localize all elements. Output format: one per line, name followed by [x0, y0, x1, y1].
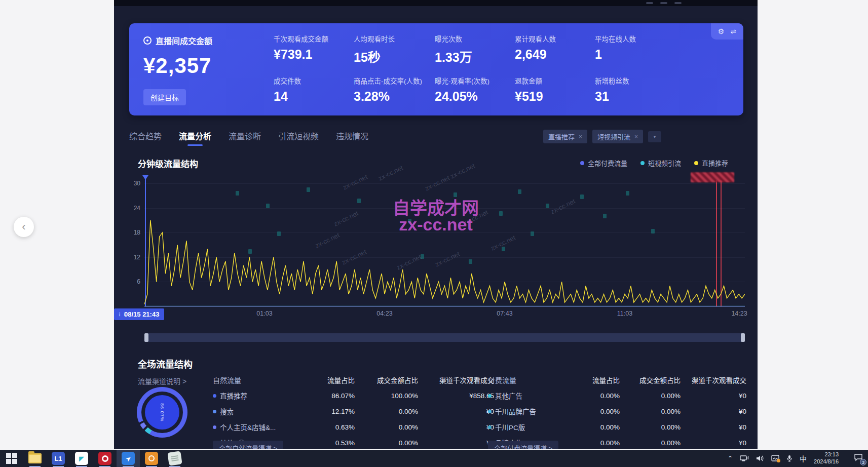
tab-综合趋势[interactable]: 综合趋势 [129, 130, 162, 146]
channel-dot-icon [213, 410, 216, 413]
notification-count-badge: 3 [860, 459, 866, 465]
taskbar-app-cursor-active[interactable]: ➤ [117, 450, 140, 467]
windows-logo-icon [6, 453, 17, 464]
per-thousand-gmv: ¥0 [681, 408, 746, 415]
legend-item-短视频引流[interactable]: 短视频引流 [640, 158, 681, 168]
donut-center-label: 86.07% [160, 403, 165, 422]
metric-value: 14 [274, 89, 354, 104]
tray-clock[interactable]: 23:13 2024/8/16 [814, 451, 839, 465]
metric-value: 15秒 [354, 47, 435, 65]
video-artifact [357, 199, 361, 203]
per-thousand-gmv: ¥0 [418, 408, 494, 415]
traffic-minute-chart[interactable]: 302418126 [144, 183, 745, 306]
metric-value: 1.33万 [435, 47, 515, 65]
table-header-row: 自然流量流量占比成交金额占比渠道千次观看成交 [213, 375, 494, 385]
video-artifact [603, 214, 607, 218]
meeting-app-icon: ◤ [75, 452, 88, 465]
chart-range-slider[interactable] [144, 333, 745, 342]
time-range-start-tag[interactable]: ⋮⋮ 08/15 21:43 [114, 308, 164, 320]
video-artifact [454, 192, 457, 197]
create-goal-button[interactable]: 创建目标 [143, 89, 186, 105]
slider-handle-right[interactable] [741, 333, 745, 342]
desktop: 直播间成交金额 ¥2,357 创建目标 千次观看成交金额 ¥739.1人均观看时… [0, 0, 868, 467]
close-icon[interactable]: × [579, 133, 582, 140]
video-artifact [266, 204, 270, 208]
channel-name: 个人主页&店铺&... [213, 422, 301, 432]
table-row-千川品牌广告: 千川品牌广告0.00%0.00%¥0 [488, 406, 746, 416]
metric-6: 商品点击-成交率(人数) 3.28% [354, 75, 435, 104]
column-header: 渠道千次观看成交 [418, 375, 494, 385]
screen-capture-icon[interactable] [771, 455, 779, 462]
taskbar-app-explorer[interactable] [23, 450, 47, 467]
legend-item-直播推荐[interactable]: 直播推荐 [694, 158, 728, 168]
tab-违规情况[interactable]: 违规情况 [336, 130, 368, 146]
video-artifact [469, 259, 472, 264]
channel-dot-icon [213, 394, 216, 398]
tab-流量分析[interactable]: 流量分析 [179, 130, 211, 146]
video-artifact [499, 211, 503, 216]
chip-dropdown-chevron-icon[interactable]: ▾ [648, 131, 661, 142]
kpi-banner: 直播间成交金额 ¥2,357 创建目标 千次观看成交金额 ¥739.1人均观看时… [129, 23, 743, 115]
red-ring-app-icon [98, 452, 111, 465]
swap-icon[interactable]: ⇌ [730, 27, 736, 35]
all-natural-channels-link[interactable]: 全部自然流量渠道 > [213, 441, 283, 449]
taskbar-app-notes[interactable] [163, 450, 186, 467]
channel-note-link[interactable]: 流量渠道说明 > [138, 376, 186, 386]
notification-center-icon[interactable]: 3 [854, 453, 863, 463]
network-icon[interactable] [740, 455, 749, 462]
channel-name: 其他广告 [488, 391, 569, 401]
gmv-share: 0.00% [355, 423, 418, 431]
gear-icon[interactable]: ⚙ [718, 27, 725, 35]
window-controls[interactable] [646, 2, 682, 4]
gmv-share: 0.00% [620, 439, 681, 447]
stream-end-marker-badge[interactable] [691, 172, 734, 182]
metric-value: ¥519 [515, 89, 595, 104]
system-tray: ⌃ 中 23:13 2024/8/16 3 [728, 451, 868, 465]
chevron-left-icon: ‹ [22, 220, 25, 234]
column-header: 流量占比 [569, 375, 620, 385]
analytics-tabs: 综合趋势流量分析流量诊断引流短视频违规情况 [129, 130, 368, 146]
taskbar: L1 ◤ ➤ ⌃ [0, 450, 868, 467]
legend-label: 直播推荐 [702, 158, 728, 168]
traffic-share: 0.00% [569, 439, 620, 447]
taskbar-app-red-ring[interactable] [93, 450, 117, 467]
traffic-donut-chart[interactable]: 86.07% [137, 387, 187, 438]
metric-label: 曝光次数 [435, 33, 515, 44]
tab-引流短视频[interactable]: 引流短视频 [278, 130, 319, 146]
x-tick-label: 11:03 [617, 310, 632, 317]
video-artifact [626, 191, 629, 196]
metric-grid: 千次观看成交金额 ¥739.1人均观看时长 15秒曝光次数 1.33万累计观看人… [274, 33, 683, 104]
channel-name: 千川品牌广告 [488, 406, 569, 416]
volume-icon[interactable] [756, 455, 764, 462]
x-tick-label: 04:23 [376, 310, 392, 317]
table-row-个人主页&店铺&...: 个人主页&店铺&...0.63%0.00%¥0 [213, 422, 494, 432]
traffic-share: 0.00% [569, 408, 620, 415]
close-icon[interactable]: × [634, 133, 638, 140]
taskbar-app-orange[interactable] [140, 450, 163, 467]
stream-start-flag-icon [142, 175, 148, 180]
all-paid-channels-link[interactable]: 全部付费流量渠道 > [488, 441, 558, 449]
filter-chip-直播推荐[interactable]: 直播推荐× [543, 130, 587, 143]
filter-chip-短视频引流[interactable]: 短视频引流× [592, 130, 643, 143]
metric-9: 新增粉丝数 31 [595, 75, 683, 104]
filter-chips: 直播推荐×短视频引流×▾ [543, 130, 661, 143]
metric-value: 31 [595, 89, 683, 104]
legend-item-全部付费流量[interactable]: 全部付费流量 [580, 158, 627, 168]
tray-chevron-up-icon[interactable]: ⌃ [728, 455, 733, 462]
taskbar-app-meeting[interactable]: ◤ [70, 450, 93, 467]
column-header: 渠道千次观看成交 [681, 375, 746, 385]
y-tick-label: 18 [134, 229, 140, 236]
series-line-zhibotuijian [144, 220, 745, 304]
metric-value: ¥739.1 [274, 47, 354, 62]
microphone-icon[interactable] [786, 455, 792, 462]
taskbar-app-l1[interactable]: L1 [47, 450, 70, 467]
slider-track[interactable] [148, 333, 741, 342]
metric-label: 成交件数 [274, 75, 354, 86]
ime-indicator[interactable]: 中 [800, 453, 807, 463]
start-button[interactable] [0, 450, 23, 467]
tab-流量诊断[interactable]: 流量诊断 [229, 130, 261, 146]
slider-handle-left[interactable] [144, 333, 148, 342]
prev-page-button[interactable]: ‹ [14, 217, 34, 237]
chart-canvas [144, 183, 745, 306]
table-header-row: 付费流量流量占比成交金额占比渠道千次观看成交 [488, 375, 746, 385]
